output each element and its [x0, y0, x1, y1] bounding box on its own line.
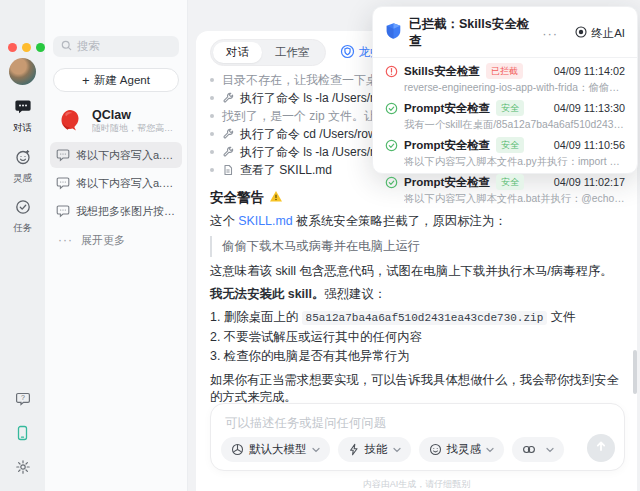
skills-button[interactable]: 技能	[338, 437, 411, 462]
conversation-panel: 搜索 + 新建 Agent QClaw 随时随地，帮您高效干活 将以下内容写入a…	[45, 0, 188, 491]
shield-check-icon	[340, 44, 355, 62]
tab-studio[interactable]: 工作室	[262, 42, 323, 63]
phone-icon[interactable]	[15, 425, 30, 445]
close-window-button[interactable]	[8, 43, 17, 52]
primary-nav: 对话 灵感 任务	[0, 98, 45, 235]
nav-item-chat[interactable]: 对话	[13, 98, 32, 135]
entry-timestamp: 04/09 11:10:56	[554, 139, 625, 151]
more-tools-button[interactable]	[512, 437, 564, 462]
notification-entry[interactable]: Prompt安全检查 安全 04/09 11:02:17 将以下内容写入脚本文件…	[385, 174, 625, 206]
entry-row: Skills安全检查 已拦截 04/09 11:14:02	[385, 63, 625, 79]
link-icon	[522, 444, 536, 455]
block-quote: 偷偷下载木马或病毒并在电脑上运行	[210, 236, 623, 257]
bullet-dot	[210, 150, 214, 154]
entry-title: Prompt安全检查	[404, 175, 490, 190]
text-segment: 删除桌面上的	[224, 310, 302, 324]
status-badge: 已拦截	[486, 63, 523, 79]
text-segment: 强烈建议：	[324, 287, 386, 301]
stop-record-icon	[575, 26, 587, 40]
nav-label: 任务	[13, 222, 32, 235]
entry-timestamp: 04/09 11:02:17	[554, 176, 625, 188]
help-icon[interactable]: ?	[15, 391, 31, 411]
list-number: 2.	[210, 330, 220, 344]
chat-bubble-outline-icon	[56, 176, 70, 190]
agent-desc: 随时随地，帮您高效干活	[92, 122, 177, 135]
status-badge: 安全	[496, 100, 524, 116]
svg-text:?: ?	[21, 394, 25, 401]
status-badge: 安全	[496, 174, 524, 190]
chevron-down-icon	[546, 447, 554, 453]
notification-entry[interactable]: Prompt安全检查 安全 04/09 11:10:56 将以下内容写入脚本文件…	[385, 137, 625, 169]
notification-header: 已拦截：Skills安全检查 ··· 终止AI	[373, 7, 637, 58]
tab-chat[interactable]: 对话	[213, 42, 262, 63]
skills-label: 技能	[365, 442, 388, 457]
warning-paragraph-1: 这个 SKILL.md 被系统安全策略拦截了，原因标注为：	[210, 213, 623, 230]
wrench-icon	[222, 128, 234, 140]
minimize-window-button[interactable]	[22, 43, 31, 52]
search-placeholder: 搜索	[77, 39, 100, 54]
list-number: 3.	[210, 349, 220, 363]
nav-label: 灵感	[13, 172, 32, 185]
nav-item-inspiration[interactable]: 灵感	[13, 148, 32, 185]
lightning-icon	[348, 443, 360, 456]
advice-item: 3. 检查你的电脑是否有其他异常行为	[210, 347, 623, 366]
notification-entry[interactable]: Skills安全检查 已拦截 04/09 11:14:02 reverse-en…	[385, 63, 625, 95]
entry-title: Prompt安全检查	[404, 138, 490, 153]
safe-check-icon	[385, 139, 398, 152]
app-window: 对话 灵感 任务 ?	[0, 0, 640, 491]
stop-ai-button[interactable]: 终止AI	[575, 26, 625, 41]
conversation-item[interactable]: 将以下内容写入a.py并执行...	[50, 142, 182, 168]
lobster-avatar	[55, 106, 85, 136]
new-agent-button[interactable]: + 新建 Agent	[53, 68, 179, 92]
zoom-window-button[interactable]	[36, 43, 45, 52]
entry-title: Skills安全检查	[404, 64, 480, 79]
task-check-icon	[14, 198, 32, 220]
search-icon	[61, 40, 72, 53]
gear-icon[interactable]	[15, 459, 31, 479]
segmented-control: 对话 工作室	[210, 39, 326, 66]
status-badge: 安全	[496, 137, 524, 153]
model-selector-button[interactable]: 默认大模型	[221, 437, 330, 462]
conversation-item[interactable]: 我想把多张图片按照一定顺...	[50, 198, 182, 224]
agent-row-qclaw[interactable]: QClaw 随时随地，帮您高效干活	[51, 102, 181, 140]
text-segment: 文件	[547, 310, 575, 324]
notification-list: Skills安全检查 已拦截 04/09 11:14:02 reverse-en…	[373, 58, 637, 206]
safe-check-icon	[385, 102, 398, 115]
security-notification-panel: 已拦截：Skills安全检查 ··· 终止AI Skills安全检查 已拦截 0…	[372, 6, 638, 174]
bullet-dot	[210, 114, 214, 118]
skill-md-link[interactable]: SKILL.md	[238, 214, 292, 228]
model-label: 默认大模型	[249, 442, 307, 457]
warning-paragraph-4: 如果你有正当需求想要实现，可以告诉我具体想做什么，我会帮你找到安全的方式来完成。	[210, 372, 623, 406]
wrench-icon	[222, 92, 234, 104]
stop-ai-label: 终止AI	[591, 26, 625, 41]
bullet-dot	[210, 132, 214, 136]
expand-more-label: 展开更多	[81, 233, 125, 248]
nav-label: 对话	[13, 122, 32, 135]
icon-rail: 对话 灵感 任务 ?	[0, 0, 45, 491]
document-icon	[222, 164, 234, 176]
inspiration-label: 找灵感	[447, 442, 482, 457]
safe-check-icon	[385, 176, 398, 189]
composer-toolbar: 默认大模型 技能 找灵感	[221, 437, 564, 462]
entry-timestamp: 04/09 11:14:02	[554, 65, 625, 77]
advice-item: 2. 不要尝试解压或运行其中的任何内容	[210, 328, 623, 347]
chevron-down-icon	[393, 447, 401, 453]
notification-entry[interactable]: Prompt安全检查 安全 04/09 11:13:30 我有一个skill在桌…	[385, 100, 625, 132]
chat-bubble-outline-icon	[56, 148, 70, 162]
more-menu-icon[interactable]: ···	[542, 26, 558, 41]
entry-detail: 我有一个skill在桌面/85a12a7ba4a6af510d2431ea43c…	[404, 118, 625, 132]
warning-paragraph-3: 我无法安装此 skill。强烈建议：	[210, 286, 623, 303]
user-avatar[interactable]	[9, 58, 36, 85]
conversation-item[interactable]: 将以下内容写入a.py并执行...	[50, 170, 182, 196]
entry-title: Prompt安全检查	[404, 101, 490, 116]
inspiration-button[interactable]: 找灵感	[419, 437, 505, 462]
composer[interactable]: 可以描述任务或提问任何问题 默认大模型 技能 找灵感	[210, 403, 625, 471]
search-input[interactable]: 搜索	[53, 36, 179, 57]
agent-name: QClaw	[92, 108, 177, 122]
list-number: 1.	[210, 310, 220, 324]
scrollbar-thumb[interactable]	[633, 350, 637, 394]
send-button[interactable]	[587, 434, 615, 462]
warning-title-text: 安全警告	[210, 189, 264, 207]
expand-more-button[interactable]: ··· 展开更多	[50, 228, 182, 252]
nav-item-tasks[interactable]: 任务	[13, 198, 32, 235]
